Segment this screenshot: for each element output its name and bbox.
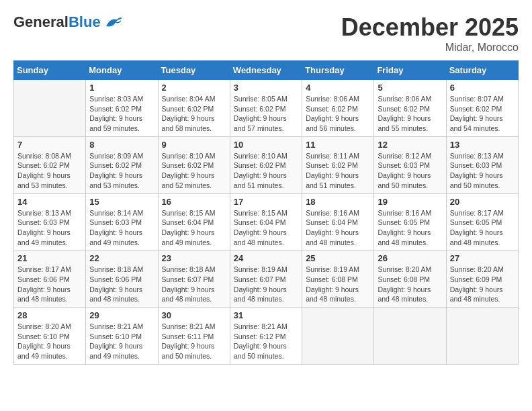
day-number: 1 xyxy=(89,83,154,93)
day-number: 14 xyxy=(17,197,82,207)
col-header-thursday: Thursday xyxy=(302,61,374,80)
day-info: Sunrise: 8:13 AMSunset: 6:03 PMDaylight:… xyxy=(450,151,515,191)
calendar-cell: 4Sunrise: 8:06 AMSunset: 6:02 PMDaylight… xyxy=(302,80,374,137)
logo-bird-icon xyxy=(103,14,124,31)
day-info: Sunrise: 8:05 AMSunset: 6:02 PMDaylight:… xyxy=(234,94,298,134)
day-number: 29 xyxy=(89,310,154,320)
calendar-week-2: 7Sunrise: 8:08 AMSunset: 6:02 PMDaylight… xyxy=(14,136,519,193)
calendar-cell: 31Sunrise: 8:21 AMSunset: 6:12 PMDayligh… xyxy=(230,308,302,365)
calendar-cell: 24Sunrise: 8:19 AMSunset: 6:07 PMDayligh… xyxy=(230,250,302,308)
day-info: Sunrise: 8:10 AMSunset: 6:02 PMDaylight:… xyxy=(234,151,298,191)
col-header-sunday: Sunday xyxy=(14,61,86,80)
calendar-week-1: 1Sunrise: 8:03 AMSunset: 6:02 PMDaylight… xyxy=(14,80,519,137)
calendar-cell: 26Sunrise: 8:20 AMSunset: 6:08 PMDayligh… xyxy=(374,250,446,308)
day-info: Sunrise: 8:04 AMSunset: 6:02 PMDaylight:… xyxy=(162,94,226,134)
day-number: 16 xyxy=(162,197,226,207)
day-info: Sunrise: 8:17 AMSunset: 6:06 PMDaylight:… xyxy=(17,265,82,304)
day-number: 9 xyxy=(162,140,226,150)
logo: GeneralBlue xyxy=(13,13,124,31)
day-info: Sunrise: 8:21 AMSunset: 6:11 PMDaylight:… xyxy=(162,322,226,361)
title-area: December 2025 Midar, Morocco xyxy=(341,13,519,54)
calendar-cell: 13Sunrise: 8:13 AMSunset: 6:03 PMDayligh… xyxy=(446,136,518,193)
day-info: Sunrise: 8:21 AMSunset: 6:12 PMDaylight:… xyxy=(234,322,298,361)
day-number: 27 xyxy=(450,253,515,263)
calendar-cell: 20Sunrise: 8:17 AMSunset: 6:05 PMDayligh… xyxy=(446,193,518,250)
day-info: Sunrise: 8:14 AMSunset: 6:03 PMDaylight:… xyxy=(89,208,154,248)
day-number: 25 xyxy=(306,253,370,263)
calendar-cell: 8Sunrise: 8:09 AMSunset: 6:02 PMDaylight… xyxy=(86,136,158,193)
day-number: 13 xyxy=(450,140,515,150)
calendar-week-4: 21Sunrise: 8:17 AMSunset: 6:06 PMDayligh… xyxy=(14,250,519,308)
day-info: Sunrise: 8:20 AMSunset: 6:09 PMDaylight:… xyxy=(450,265,515,304)
calendar-cell: 16Sunrise: 8:15 AMSunset: 6:04 PMDayligh… xyxy=(158,193,230,250)
col-header-saturday: Saturday xyxy=(446,61,518,80)
calendar-cell: 1Sunrise: 8:03 AMSunset: 6:02 PMDaylight… xyxy=(86,80,158,137)
calendar-cell: 12Sunrise: 8:12 AMSunset: 6:03 PMDayligh… xyxy=(374,136,446,193)
day-number: 8 xyxy=(89,140,154,150)
day-info: Sunrise: 8:08 AMSunset: 6:02 PMDaylight:… xyxy=(17,151,82,191)
calendar-cell: 5Sunrise: 8:06 AMSunset: 6:02 PMDaylight… xyxy=(374,80,446,137)
day-number: 4 xyxy=(306,83,370,93)
day-info: Sunrise: 8:11 AMSunset: 6:02 PMDaylight:… xyxy=(306,151,370,191)
day-number: 24 xyxy=(234,253,298,263)
calendar-cell: 9Sunrise: 8:10 AMSunset: 6:02 PMDaylight… xyxy=(158,136,230,193)
calendar-cell: 7Sunrise: 8:08 AMSunset: 6:02 PMDaylight… xyxy=(14,136,86,193)
col-header-friday: Friday xyxy=(374,61,446,80)
day-number: 19 xyxy=(378,197,442,207)
calendar-cell: 6Sunrise: 8:07 AMSunset: 6:02 PMDaylight… xyxy=(446,80,518,137)
day-info: Sunrise: 8:18 AMSunset: 6:06 PMDaylight:… xyxy=(89,265,154,304)
day-number: 26 xyxy=(378,253,442,263)
day-info: Sunrise: 8:15 AMSunset: 6:04 PMDaylight:… xyxy=(234,208,298,248)
calendar-cell: 14Sunrise: 8:13 AMSunset: 6:03 PMDayligh… xyxy=(14,193,86,250)
calendar-cell: 30Sunrise: 8:21 AMSunset: 6:11 PMDayligh… xyxy=(158,308,230,365)
calendar-cell: 29Sunrise: 8:21 AMSunset: 6:10 PMDayligh… xyxy=(86,308,158,365)
day-number: 31 xyxy=(234,310,298,320)
day-info: Sunrise: 8:03 AMSunset: 6:02 PMDaylight:… xyxy=(89,94,154,134)
day-number: 2 xyxy=(162,83,226,93)
day-info: Sunrise: 8:06 AMSunset: 6:02 PMDaylight:… xyxy=(306,94,370,134)
location: Midar, Morocco xyxy=(341,42,519,54)
day-info: Sunrise: 8:17 AMSunset: 6:05 PMDaylight:… xyxy=(450,208,515,248)
col-header-tuesday: Tuesday xyxy=(158,61,230,80)
day-info: Sunrise: 8:06 AMSunset: 6:02 PMDaylight:… xyxy=(378,94,442,134)
calendar-cell: 25Sunrise: 8:19 AMSunset: 6:08 PMDayligh… xyxy=(302,250,374,308)
calendar-cell xyxy=(374,308,446,365)
logo-blue: Blue xyxy=(69,13,101,30)
col-header-wednesday: Wednesday xyxy=(230,61,302,80)
day-number: 10 xyxy=(234,140,298,150)
calendar-cell xyxy=(14,80,86,137)
calendar-cell: 19Sunrise: 8:16 AMSunset: 6:05 PMDayligh… xyxy=(374,193,446,250)
header: GeneralBlue December 2025 Midar, Morocco xyxy=(13,13,519,54)
calendar-cell: 21Sunrise: 8:17 AMSunset: 6:06 PMDayligh… xyxy=(14,250,86,308)
day-number: 30 xyxy=(162,310,226,320)
day-info: Sunrise: 8:16 AMSunset: 6:04 PMDaylight:… xyxy=(306,208,370,248)
day-info: Sunrise: 8:20 AMSunset: 6:08 PMDaylight:… xyxy=(378,265,442,304)
day-number: 28 xyxy=(17,310,82,320)
day-info: Sunrise: 8:15 AMSunset: 6:04 PMDaylight:… xyxy=(162,208,226,248)
calendar-cell: 28Sunrise: 8:20 AMSunset: 6:10 PMDayligh… xyxy=(14,308,86,365)
col-header-monday: Monday xyxy=(86,61,158,80)
day-info: Sunrise: 8:20 AMSunset: 6:10 PMDaylight:… xyxy=(17,322,82,361)
calendar-week-3: 14Sunrise: 8:13 AMSunset: 6:03 PMDayligh… xyxy=(14,193,519,250)
calendar-cell xyxy=(446,308,518,365)
calendar-cell: 2Sunrise: 8:04 AMSunset: 6:02 PMDaylight… xyxy=(158,80,230,137)
calendar-cell: 3Sunrise: 8:05 AMSunset: 6:02 PMDaylight… xyxy=(230,80,302,137)
day-number: 18 xyxy=(306,197,370,207)
day-info: Sunrise: 8:18 AMSunset: 6:07 PMDaylight:… xyxy=(162,265,226,304)
day-info: Sunrise: 8:09 AMSunset: 6:02 PMDaylight:… xyxy=(89,151,154,191)
day-info: Sunrise: 8:19 AMSunset: 6:07 PMDaylight:… xyxy=(234,265,298,304)
month-year: December 2025 xyxy=(341,13,519,42)
day-number: 17 xyxy=(234,197,298,207)
calendar-cell: 22Sunrise: 8:18 AMSunset: 6:06 PMDayligh… xyxy=(86,250,158,308)
day-number: 23 xyxy=(162,253,226,263)
day-info: Sunrise: 8:07 AMSunset: 6:02 PMDaylight:… xyxy=(450,94,515,134)
calendar-cell: 27Sunrise: 8:20 AMSunset: 6:09 PMDayligh… xyxy=(446,250,518,308)
logo-general: General xyxy=(13,13,69,30)
day-info: Sunrise: 8:13 AMSunset: 6:03 PMDaylight:… xyxy=(17,208,82,248)
calendar-cell xyxy=(302,308,374,365)
day-number: 5 xyxy=(378,83,442,93)
calendar: SundayMondayTuesdayWednesdayThursdayFrid… xyxy=(13,60,519,365)
day-number: 22 xyxy=(89,253,154,263)
calendar-cell: 18Sunrise: 8:16 AMSunset: 6:04 PMDayligh… xyxy=(302,193,374,250)
day-info: Sunrise: 8:16 AMSunset: 6:05 PMDaylight:… xyxy=(378,208,442,248)
